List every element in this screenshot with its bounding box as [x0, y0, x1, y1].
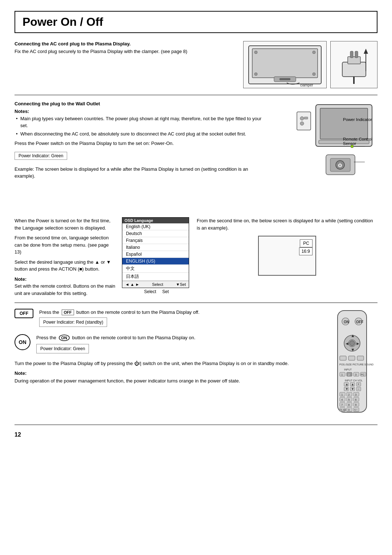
- svg-point-39: [350, 341, 355, 346]
- svg-point-16: [300, 122, 304, 125]
- svg-text:2: 2: [348, 373, 350, 376]
- svg-rect-7: [279, 78, 290, 80]
- off-press-text: Press the OFF button on the remote contr…: [39, 309, 323, 316]
- off-press-after: button on the remote control to turn the…: [76, 309, 199, 315]
- note-item-1: Main plug types vary between countries. …: [15, 116, 268, 129]
- bottom-note-label: Note:: [15, 276, 116, 283]
- svg-text:3: 3: [355, 393, 357, 396]
- off-button-display: OFF: [15, 309, 33, 318]
- on-press-before: Press the: [36, 335, 56, 340]
- svg-text:2: 2: [348, 393, 350, 396]
- pc-label: PC: [300, 239, 313, 247]
- off-on-remote-section: OFF Press the OFF button on the remote c…: [15, 309, 377, 419]
- off-on-text-area: OFF Press the OFF button on the remote c…: [15, 309, 323, 419]
- turn-off-note-label: Note:: [15, 370, 323, 377]
- svg-text:6: 6: [355, 398, 357, 401]
- off-row: OFF Press the OFF button on the remote c…: [15, 309, 323, 329]
- on-press-after: button on the remote control to turn the…: [72, 335, 196, 340]
- osd-item-5-english: ENGLISH (US): [122, 258, 189, 265]
- plasma-back-svg: clamper: [245, 42, 325, 88]
- cord-plug-svg: [331, 42, 377, 88]
- bottom-para2: From the second time on, language select…: [15, 234, 116, 256]
- svg-rect-17: [304, 117, 308, 119]
- svg-point-4: [254, 73, 257, 76]
- svg-text:+/−: +/−: [354, 409, 358, 411]
- svg-text:⏻: ⏻: [338, 163, 342, 167]
- bottom-para1: When the Power is turned on for the firs…: [15, 217, 116, 231]
- on-inline-btn: ON: [59, 335, 70, 341]
- osd-item-0: English (UK): [122, 223, 189, 230]
- svg-text:▲: ▲: [351, 382, 354, 386]
- svg-point-2: [254, 51, 257, 54]
- svg-marker-13: [364, 49, 368, 54]
- svg-rect-28: [338, 311, 367, 412]
- osd-item-4: Español: [122, 251, 189, 258]
- svg-text:POS./SIZE PICTURE SOUND SET UP: POS./SIZE PICTURE SOUND SET UP: [339, 363, 374, 366]
- svg-text:9: 9: [355, 403, 357, 406]
- svg-text:ON: ON: [344, 320, 349, 324]
- svg-rect-40: [340, 356, 346, 360]
- section1-body: Fix the AC cord plug securely to the Pla…: [15, 49, 236, 54]
- notes-list: Main plug types vary between countries. …: [15, 116, 268, 138]
- on-button-display: ON: [15, 334, 30, 350]
- ratio-label: 16:9: [299, 247, 313, 255]
- svg-text:▲: ▲: [345, 382, 348, 386]
- osd-title: OSD Language: [122, 218, 189, 223]
- on-press-text: Press the ON button on the remote contro…: [36, 334, 323, 341]
- osd-footer: ◄ ▲ ► Select ▼Set: [122, 281, 189, 288]
- svg-text:►: ►: [356, 341, 360, 346]
- section1-heading: Connecting the AC cord plug to the Plasm…: [15, 41, 236, 46]
- osd-item-2: Français: [122, 237, 189, 244]
- svg-text:INPUT   CH        VOL: INPUT CH VOL: [345, 379, 363, 382]
- on-row: ON Press the ON button on the remote con…: [15, 334, 323, 357]
- power-indicator-red: Power Indicator: Red (standby): [39, 317, 107, 327]
- osd-box: OSD Language English (UK) Deutsch França…: [122, 217, 189, 288]
- svg-rect-10: [348, 57, 360, 64]
- svg-text:8: 8: [348, 403, 350, 406]
- svg-rect-11: [350, 51, 353, 58]
- bottom-left-text: When the Power is turned on for the firs…: [15, 217, 116, 297]
- svg-rect-12: [355, 51, 358, 58]
- on-text-area: Press the ON button on the remote contro…: [36, 334, 323, 357]
- svg-text:4: 4: [341, 398, 343, 401]
- svg-text:1: 1: [341, 373, 343, 376]
- svg-text:−: −: [358, 387, 359, 391]
- svg-text:OFF: OFF: [356, 320, 363, 324]
- bottom-right-para1: From the second time on, the below scree…: [197, 217, 377, 231]
- plasma-front-diagram-area: ⏻ Power Indicator Remote Control Sensor: [274, 101, 377, 213]
- osd-item-7: 日本語: [122, 273, 189, 281]
- svg-text:5: 5: [348, 398, 350, 401]
- svg-text:7: 7: [341, 403, 343, 406]
- off-press-before: Press the: [39, 309, 59, 315]
- power-indicator-label: Power Indicator: [343, 117, 377, 122]
- osd-item-3: Italiano: [122, 244, 189, 251]
- svg-text:1: 1: [341, 393, 343, 396]
- note-item-2: When disconnecting the AC cord, be absol…: [15, 131, 268, 138]
- svg-point-5: [313, 73, 315, 76]
- svg-rect-9: [342, 62, 366, 77]
- power-indicator-green-1: Power Indicator: Green: [15, 152, 67, 160]
- svg-rect-41: [348, 356, 355, 360]
- osd-set-label: ▼Set: [176, 282, 186, 287]
- plasma-back-diagram: clamper: [243, 41, 327, 88]
- select-set-label: Select Set: [122, 289, 191, 294]
- svg-text:+: +: [358, 382, 359, 386]
- bottom-para3: Select the desired language using the ▲ …: [15, 259, 116, 273]
- svg-text:INPUT: INPUT: [344, 368, 352, 371]
- svg-text:PC: PC: [361, 373, 365, 376]
- divider-2: [15, 303, 377, 303]
- remote-svg: ON OFF ▲ ▼ ◄ ► POS./SIZE PICTURE SOUND S…: [330, 309, 374, 418]
- remote-control-diagram: ON OFF ▲ ▼ ◄ ► POS./SIZE PICTURE SOUND S…: [330, 309, 377, 419]
- example-text: Example: The screen below is displayed f…: [15, 166, 268, 180]
- osd-nav-icons: ◄ ▲ ►: [125, 282, 139, 287]
- svg-text:0: 0: [348, 408, 350, 412]
- svg-point-3: [313, 51, 315, 54]
- svg-text:clamper: clamper: [300, 83, 313, 87]
- power-indicator-green-2: Power Indicator: Green: [36, 344, 89, 353]
- pc-screen-area: PC 16:9: [197, 236, 377, 276]
- turn-off-text: Turn the power to the Plasma Display off…: [15, 360, 323, 368]
- press-power-text: Press the Power switch on the Plasma Dis…: [15, 141, 268, 146]
- bottom-note-text: Set with the remote control. Buttons on …: [15, 283, 116, 297]
- svg-text:▼: ▼: [345, 387, 348, 391]
- osd-select-label: Select: [152, 282, 163, 287]
